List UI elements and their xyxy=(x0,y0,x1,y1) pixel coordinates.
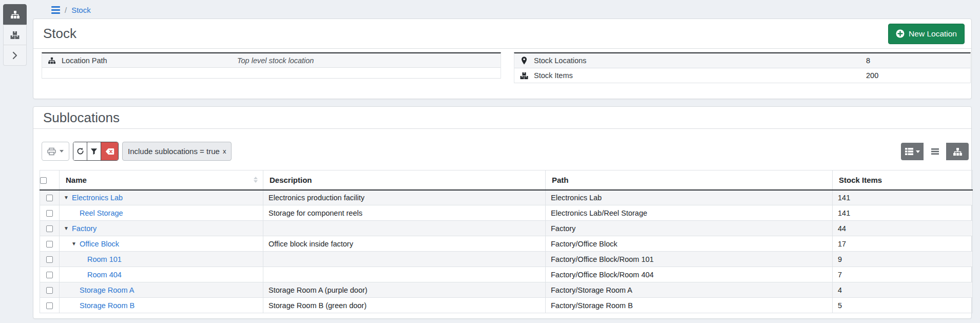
row-checkbox[interactable] xyxy=(46,272,53,278)
location-path-value: Top level stock location xyxy=(237,56,314,65)
table-view-icon xyxy=(905,148,913,155)
sublocations-heading: Sublocations xyxy=(33,107,971,129)
print-actions-button[interactable] xyxy=(42,142,69,161)
row-description: Electronics production facility xyxy=(263,190,546,205)
stock-locations-row: Stock Locations 8 xyxy=(514,53,970,68)
stock-locations-value: 8 xyxy=(866,56,870,65)
row-checkbox[interactable] xyxy=(46,210,53,217)
new-location-button[interactable]: New Location xyxy=(888,24,965,44)
menu-icon[interactable] xyxy=(51,6,60,14)
table-row: ▼ Storage Room B Storage Room B (green d… xyxy=(40,298,973,313)
filter-chip-remove[interactable]: x xyxy=(223,147,226,155)
sublocations-panel: Sublocations xyxy=(33,106,972,319)
table-row: ▼ Factory Factory 44 xyxy=(40,221,973,236)
row-stock-items: 141 xyxy=(833,205,973,221)
location-link[interactable]: Storage Room B xyxy=(80,301,134,310)
table-row: ▼ Room 101 Factory/Office Block/Room 101… xyxy=(40,252,973,267)
reload-button[interactable] xyxy=(73,142,87,160)
row-stock-items: 4 xyxy=(833,282,973,298)
stock-stats-table: Stock Locations 8 Stock Items 200 xyxy=(514,52,971,83)
tree-caret-icon[interactable]: ▼ xyxy=(71,241,80,246)
row-description: Storage for component reels xyxy=(263,205,546,221)
filter-funnel-icon xyxy=(90,148,98,155)
table-header-row: Name Description Path Stock Items xyxy=(40,170,973,190)
location-path-table: Location Path Top level stock location xyxy=(42,52,501,79)
sitemap-icon xyxy=(953,147,963,156)
breadcrumb-link-stock[interactable]: Stock xyxy=(71,6,91,14)
list-view-icon xyxy=(931,148,939,155)
row-path: Factory/Office Block/Room 101 xyxy=(546,252,833,267)
sort-icon xyxy=(254,177,258,183)
table-view-button[interactable] xyxy=(901,143,924,160)
list-view-button[interactable] xyxy=(924,143,946,160)
caret-down-icon xyxy=(60,150,64,153)
table-toolbar: Include sublocations = true x xyxy=(42,142,232,161)
empty-row xyxy=(42,68,501,79)
table-row: ▼ Electronics Lab Electronics production… xyxy=(40,190,973,205)
row-name-cell-inner: ▼ Storage Room B xyxy=(60,298,263,313)
map-pin-icon xyxy=(514,56,534,65)
row-checkbox[interactable] xyxy=(46,195,53,201)
row-path: Factory/Office Block xyxy=(546,236,833,252)
tree-caret-icon[interactable]: ▼ xyxy=(64,195,72,200)
location-link[interactable]: Storage Room A xyxy=(80,286,134,294)
row-checkbox[interactable] xyxy=(46,241,53,248)
sitemap-icon xyxy=(42,57,62,64)
stock-items-row: Stock Items 200 xyxy=(514,68,970,83)
row-name-cell-inner: ▼ Storage Room A xyxy=(60,282,263,297)
stock-panel-heading: Stock New Location xyxy=(33,19,971,49)
row-stock-items: 7 xyxy=(833,267,973,282)
row-path: Factory/Office Block/Room 404 xyxy=(546,267,833,282)
location-link[interactable]: Room 404 xyxy=(87,271,122,279)
select-all-checkbox[interactable] xyxy=(40,177,47,184)
row-path: Factory/Storage Room B xyxy=(546,298,833,313)
row-name-cell-inner: ▼ Reel Storage xyxy=(60,205,263,220)
row-stock-items: 141 xyxy=(833,190,973,205)
sidebar xyxy=(3,4,27,66)
sublocations-table-body: ▼ Electronics Lab Electronics production… xyxy=(40,190,973,313)
row-path: Factory xyxy=(546,221,833,236)
sidebar-expand-button[interactable] xyxy=(3,45,27,66)
filter-button[interactable] xyxy=(87,142,101,160)
boxes-icon xyxy=(10,31,20,40)
column-header-path[interactable]: Path xyxy=(546,170,833,190)
tree-view-button[interactable] xyxy=(946,143,969,160)
breadcrumb: / Stock xyxy=(51,4,91,15)
chevron-right-icon xyxy=(12,51,17,60)
sitemap-icon xyxy=(10,10,20,19)
new-location-label: New Location xyxy=(909,29,957,39)
table-row: ▼ Room 404 Factory/Office Block/Room 404… xyxy=(40,267,973,282)
table-row: ▼ Office Block Office block inside facto… xyxy=(40,236,973,252)
column-header-description[interactable]: Description xyxy=(263,170,546,190)
row-stock-items: 9 xyxy=(833,252,973,267)
row-description xyxy=(263,252,546,267)
row-name-cell-inner: ▼ Room 404 xyxy=(60,267,263,282)
row-name-cell-inner: ▼ Electronics Lab xyxy=(60,191,263,205)
row-checkbox[interactable] xyxy=(46,225,53,232)
location-link[interactable]: Electronics Lab xyxy=(72,194,123,202)
view-toggle-group xyxy=(901,143,969,160)
page-title: Stock xyxy=(43,26,76,42)
caret-down-icon xyxy=(916,150,920,153)
clear-filters-button[interactable] xyxy=(101,142,118,160)
sidebar-item-stock-items[interactable] xyxy=(3,25,27,45)
table-row: ▼ Reel Storage Storage for component ree… xyxy=(40,205,973,221)
row-checkbox[interactable] xyxy=(46,256,53,263)
column-header-stock-items[interactable]: Stock Items xyxy=(833,170,973,190)
column-header-name[interactable]: Name xyxy=(60,170,263,190)
location-path-row: Location Path Top level stock location xyxy=(42,53,501,68)
tree-caret-icon[interactable]: ▼ xyxy=(64,225,72,231)
location-link[interactable]: Room 101 xyxy=(87,255,122,263)
backspace-x-icon xyxy=(105,148,114,155)
printer-icon xyxy=(47,147,56,156)
sidebar-item-location-tree[interactable] xyxy=(3,4,27,25)
location-link[interactable]: Reel Storage xyxy=(80,209,123,217)
row-checkbox[interactable] xyxy=(46,302,53,309)
stock-items-label: Stock Items xyxy=(534,71,573,80)
sublocations-title: Sublocations xyxy=(43,110,120,126)
location-link[interactable]: Office Block xyxy=(80,240,119,248)
row-checkbox[interactable] xyxy=(46,287,53,294)
reload-icon xyxy=(76,147,84,155)
location-link[interactable]: Factory xyxy=(72,224,97,233)
row-description: Storage Room A (purple door) xyxy=(263,282,546,298)
